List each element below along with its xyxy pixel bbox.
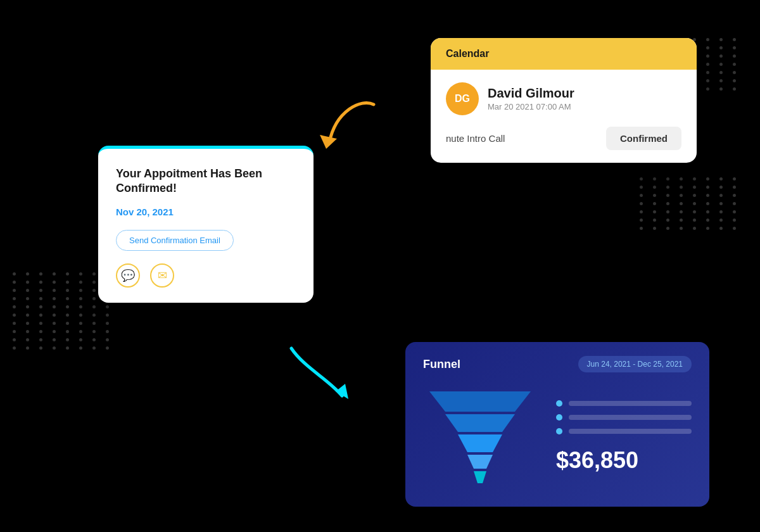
calendar-event-row: nute Intro Call Confirmed (446, 127, 681, 150)
chat-icon: 💬 (116, 263, 140, 288)
legend-item-3 (556, 428, 692, 434)
funnel-right: $36,850 (556, 400, 692, 474)
calendar-event-label: nute Intro Call (446, 133, 505, 144)
legend-item-1 (556, 400, 692, 407)
calendar-card: Calendar DG David Gilmour Mar 20 2021 07… (431, 38, 697, 163)
svg-marker-2 (429, 391, 531, 412)
calendar-user-row: DG David Gilmour Mar 20 2021 07:00 AM (446, 82, 681, 115)
svg-marker-4 (458, 434, 502, 452)
avatar: DG (446, 82, 479, 115)
appointment-card: Your Appoitment Has Been Confirmed! Nov … (98, 146, 314, 303)
arrow-cyan-icon (272, 336, 361, 412)
funnel-amount: $36,850 (556, 447, 692, 474)
legend-bar-3 (569, 429, 692, 434)
legend-dot-3 (556, 428, 562, 434)
svg-marker-0 (320, 135, 337, 149)
svg-marker-3 (445, 414, 515, 432)
appointment-title: Your Appoitment Has Been Confirmed! (116, 167, 296, 196)
appointment-icons: 💬 ✉ (116, 263, 296, 288)
dot-grid-mid-right: (function() { var g = document.querySele… (640, 177, 741, 230)
calendar-user-date: Mar 20 2021 07:00 AM (488, 102, 574, 111)
funnel-card: Funnel Jun 24, 2021 - Dec 25, 2021 (405, 342, 709, 507)
email-icon: ✉ (150, 263, 174, 288)
arrow-orange-icon (310, 92, 386, 168)
funnel-content: $36,850 (423, 385, 692, 489)
send-confirmation-button[interactable]: Send Confirmation Email (116, 230, 234, 251)
funnel-title: Funnel (423, 358, 460, 371)
funnel-legend (556, 400, 692, 434)
calendar-user-info: David Gilmour Mar 20 2021 07:00 AM (488, 86, 574, 111)
funnel-visual (423, 385, 537, 489)
legend-bar-1 (569, 401, 692, 406)
legend-dot-2 (556, 414, 562, 421)
funnel-header: Funnel Jun 24, 2021 - Dec 25, 2021 (423, 356, 692, 372)
calendar-card-title: Calendar (431, 38, 697, 70)
legend-dot-1 (556, 400, 562, 407)
confirmed-badge: Confirmed (606, 127, 681, 150)
svg-marker-6 (474, 471, 486, 483)
appointment-date: Nov 20, 2021 (116, 206, 296, 217)
legend-bar-2 (569, 415, 692, 420)
legend-item-2 (556, 414, 692, 421)
svg-marker-5 (467, 455, 493, 469)
funnel-date-range: Jun 24, 2021 - Dec 25, 2021 (578, 356, 692, 372)
calendar-user-name: David Gilmour (488, 86, 574, 101)
